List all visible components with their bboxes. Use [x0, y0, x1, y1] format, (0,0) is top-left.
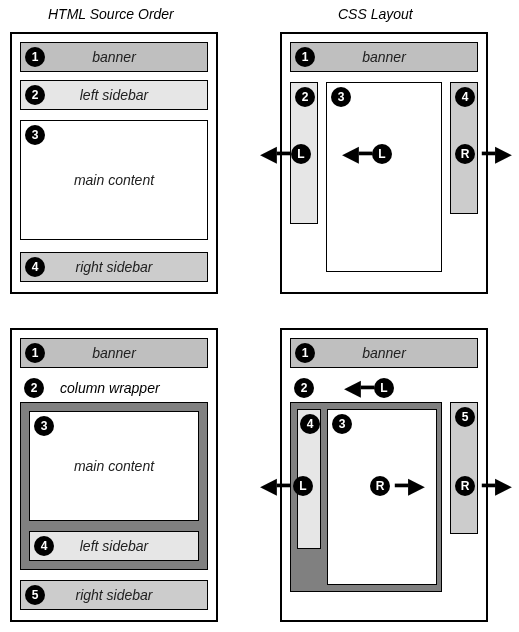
- badge-4: 4: [455, 87, 475, 107]
- badge-4: 4: [300, 414, 320, 434]
- bottom-source-container: 1 banner 2 column wrapper 3 main content…: [10, 328, 218, 622]
- badge-1: 1: [295, 47, 315, 67]
- column-wrapper: 3 main content 4 left sidebar: [20, 402, 208, 570]
- css-banner: 1 banner: [290, 338, 478, 368]
- dir-wrap-l: L: [374, 378, 394, 398]
- label-right-sidebar: right sidebar: [75, 259, 152, 275]
- label-left-sidebar: left sidebar: [80, 538, 148, 554]
- badge-2: 2: [294, 378, 314, 398]
- dir-l-1: L: [291, 144, 311, 164]
- badge-5: 5: [25, 585, 45, 605]
- badge-5: 5: [455, 407, 475, 427]
- arrow-right-out-icon: ━▶: [482, 475, 512, 497]
- badge-3: 3: [331, 87, 351, 107]
- bottom-css-container: 1 banner 2 ◀━ L 4 3 5: [280, 328, 488, 622]
- label-right-sidebar: right sidebar: [75, 587, 152, 603]
- arrow-main-right-icon: ━▶: [395, 475, 425, 497]
- badge-3: 3: [25, 125, 45, 145]
- block-main-content: 3 main content: [20, 120, 208, 240]
- arrow-wrap-left-icon: ◀━: [344, 377, 374, 399]
- badge-3: 3: [34, 416, 54, 436]
- label-banner: banner: [362, 49, 406, 65]
- arrow-right-out-icon: ━▶: [482, 143, 512, 165]
- label-banner: banner: [362, 345, 406, 361]
- badge-2: 2: [24, 378, 44, 398]
- label-main-content: main content: [74, 172, 154, 188]
- dir-r: R: [455, 144, 475, 164]
- block-left-sidebar: 2 left sidebar: [20, 80, 208, 110]
- css-banner: 1 banner: [290, 42, 478, 72]
- block-main-content: 3 main content: [29, 411, 199, 521]
- label-banner: banner: [92, 345, 136, 361]
- arrow-left-out-icon: ◀━: [260, 143, 290, 165]
- block-right-sidebar: 4 right sidebar: [20, 252, 208, 282]
- label-left-sidebar: left sidebar: [80, 87, 148, 103]
- label-column-wrapper: column wrapper: [60, 380, 160, 396]
- block-banner: 1 banner: [20, 42, 208, 72]
- css-right-sidebar: 5: [450, 402, 478, 534]
- block-right-sidebar: 5 right sidebar: [20, 580, 208, 610]
- badge-1: 1: [295, 343, 315, 363]
- arrow-main-left-icon: ◀━: [342, 143, 372, 165]
- badge-2: 2: [295, 87, 315, 107]
- badge-1: 1: [25, 343, 45, 363]
- label-banner: banner: [92, 49, 136, 65]
- header-html-source: HTML Source Order: [48, 6, 174, 22]
- label-main-content: main content: [74, 458, 154, 474]
- arrow-left-out-icon: ◀━: [260, 475, 290, 497]
- css-main: 3: [326, 82, 442, 272]
- top-source-container: 1 banner 2 left sidebar 3 main content 4…: [10, 32, 218, 294]
- dir-r2: R: [455, 476, 475, 496]
- header-css-layout: CSS Layout: [338, 6, 413, 22]
- badge-2: 2: [25, 85, 45, 105]
- block-banner: 1 banner: [20, 338, 208, 368]
- block-left-sidebar: 4 left sidebar: [29, 531, 199, 561]
- dir-l: L: [293, 476, 313, 496]
- badge-1: 1: [25, 47, 45, 67]
- badge-4: 4: [34, 536, 54, 556]
- badge-4: 4: [25, 257, 45, 277]
- dir-r1: R: [370, 476, 390, 496]
- badge-3: 3: [332, 414, 352, 434]
- dir-l-2: L: [372, 144, 392, 164]
